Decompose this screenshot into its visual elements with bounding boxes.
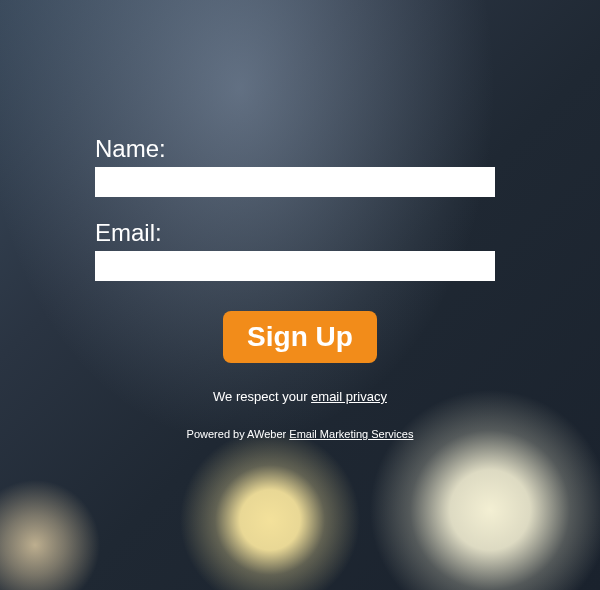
name-input[interactable] — [95, 167, 495, 197]
signup-button[interactable]: Sign Up — [223, 311, 377, 363]
email-input[interactable] — [95, 251, 495, 281]
email-label: Email: — [95, 219, 505, 247]
privacy-prefix: We respect your — [213, 389, 311, 404]
signup-form: Name: Email: Sign Up We respect your ema… — [95, 135, 505, 440]
powered-prefix: Powered by AWeber — [187, 428, 290, 440]
name-field-group: Name: — [95, 135, 505, 197]
email-field-group: Email: — [95, 219, 505, 281]
name-label: Name: — [95, 135, 505, 163]
powered-by-text: Powered by AWeber Email Marketing Servic… — [95, 428, 505, 440]
email-privacy-link[interactable]: email privacy — [311, 389, 387, 404]
privacy-text: We respect your email privacy — [95, 389, 505, 404]
submit-row: Sign Up — [95, 311, 505, 363]
email-marketing-services-link[interactable]: Email Marketing Services — [289, 428, 413, 440]
